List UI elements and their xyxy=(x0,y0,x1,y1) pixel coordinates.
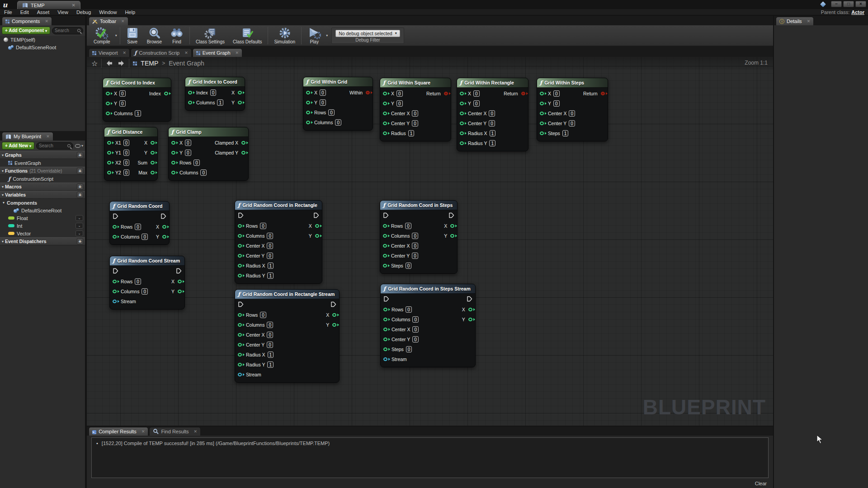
value-box-x2[interactable]: 0 xyxy=(123,160,130,166)
my-blueprint-search-input[interactable] xyxy=(39,143,67,148)
visibility-toggle[interactable]: ⌄ xyxy=(75,223,83,229)
clear-button[interactable]: Clear xyxy=(755,481,767,486)
close-icon[interactable]: ✕ xyxy=(236,51,239,55)
input-pin-y2[interactable] xyxy=(107,171,111,174)
exec-in-pin[interactable] xyxy=(113,267,118,276)
node-grid-coord-to-index[interactable]: ƒGrid Coord to IndexX0Y0Columns1Index xyxy=(103,78,171,122)
output-pin-sum[interactable] xyxy=(151,161,155,164)
value-box-rows[interactable]: 0 xyxy=(406,306,412,313)
section-functions[interactable]: ▾Functions(21 Overridable)+ xyxy=(0,167,85,175)
output-pin-x[interactable] xyxy=(178,280,182,283)
input-pin-x[interactable] xyxy=(460,92,464,95)
input-pin-center-y[interactable] xyxy=(383,122,387,125)
components-search[interactable] xyxy=(52,27,83,34)
exec-out-pin[interactable] xyxy=(160,213,166,221)
node-grid-random-coord-in-rectangle-stream[interactable]: ƒGrid Random Coord in Rectangle StreamRo… xyxy=(235,289,340,383)
value-box-x1[interactable]: 0 xyxy=(123,140,130,146)
back-icon[interactable] xyxy=(105,60,113,66)
output-pin-clamped-x[interactable] xyxy=(241,141,245,145)
close-icon[interactable]: ✕ xyxy=(123,51,127,55)
input-pin-columns[interactable] xyxy=(238,234,242,238)
visibility-filter-button[interactable]: ▾ xyxy=(75,144,83,148)
output-pin-clamped-y[interactable] xyxy=(241,151,245,155)
value-box-columns[interactable]: 1 xyxy=(135,110,141,117)
value-box-x[interactable]: 0 xyxy=(320,89,326,96)
input-pin-index[interactable] xyxy=(188,91,192,94)
input-pin-radius-y[interactable] xyxy=(238,274,242,277)
value-box-center-y[interactable]: 0 xyxy=(489,120,495,127)
output-pin-y[interactable] xyxy=(468,318,472,321)
output-pin-x[interactable] xyxy=(238,91,242,94)
input-pin-center-y[interactable] xyxy=(540,122,544,125)
close-icon[interactable]: ✕ xyxy=(142,429,145,434)
value-box-y2[interactable]: 0 xyxy=(123,169,130,176)
input-pin-y[interactable] xyxy=(460,102,464,105)
tab-viewport[interactable]: Viewport✕ xyxy=(89,48,130,57)
value-box-y[interactable]: 0 xyxy=(396,100,403,107)
toolbar-save-button[interactable]: Save xyxy=(122,26,143,45)
exec-out-pin[interactable] xyxy=(313,212,319,220)
input-pin-radius[interactable] xyxy=(383,131,387,135)
output-pin-index[interactable] xyxy=(164,92,168,95)
subsection-components[interactable]: ▾Components xyxy=(0,199,85,206)
exec-in-pin[interactable] xyxy=(113,213,118,221)
input-pin-y[interactable] xyxy=(106,102,110,105)
input-pin-steps[interactable] xyxy=(383,264,387,267)
add-new-button[interactable]: + Add New▾ xyxy=(2,142,34,150)
value-box-center-x[interactable]: 0 xyxy=(489,110,495,117)
value-box-center-y[interactable]: 0 xyxy=(267,253,273,259)
exec-out-pin[interactable] xyxy=(330,301,336,309)
input-pin-x[interactable] xyxy=(383,92,387,95)
input-pin-stream[interactable] xyxy=(113,300,117,303)
debug-object-select[interactable]: No debug object selected▾ xyxy=(335,30,400,37)
input-pin-rows[interactable] xyxy=(171,161,175,164)
input-pin-columns[interactable] xyxy=(106,112,110,115)
tab-my-blueprint[interactable]: My Blueprint ✕ xyxy=(2,132,53,141)
tab-details[interactable]: i Details ✕ xyxy=(776,17,814,25)
breadcrumb-root[interactable]: TEMP xyxy=(141,60,158,67)
section-graphs[interactable]: ▾Graphs+ xyxy=(0,151,85,159)
node-grid-distance[interactable]: ƒGrid DistanceX10Y10X20Y20XYSumMax xyxy=(104,127,158,181)
section-event-dispatchers[interactable]: ▾Event Dispatchers+ xyxy=(0,237,85,245)
section-macros[interactable]: ▾Macros+ xyxy=(0,183,85,191)
node-grid-random-coord-in-steps[interactable]: ƒGrid Random Coord in StepsRows0Columns0… xyxy=(380,200,458,274)
input-pin-x[interactable] xyxy=(171,141,175,145)
value-box-center-x[interactable]: 0 xyxy=(412,326,419,333)
input-pin-y[interactable] xyxy=(383,102,387,105)
tab-find-results[interactable]: Find Results✕ xyxy=(149,427,201,436)
value-box-x[interactable]: 0 xyxy=(553,90,560,97)
close-icon[interactable]: ✕ xyxy=(184,51,188,55)
value-box-center-y[interactable]: 0 xyxy=(569,120,575,127)
input-pin-radius-y[interactable] xyxy=(238,363,242,366)
input-pin-columns[interactable] xyxy=(383,234,387,238)
output-pin-x[interactable] xyxy=(315,224,319,228)
value-box-radius-y[interactable]: 1 xyxy=(267,361,274,368)
output-pin-y[interactable] xyxy=(162,235,166,239)
add-variables-button[interactable]: + xyxy=(77,192,83,198)
output-pin-y[interactable] xyxy=(450,234,454,238)
input-pin-x[interactable] xyxy=(540,92,544,95)
value-box-rows[interactable]: 0 xyxy=(135,224,141,230)
output-pin-x[interactable] xyxy=(332,313,336,317)
input-pin-x1[interactable] xyxy=(107,141,111,145)
input-pin-columns[interactable] xyxy=(306,121,310,124)
forward-icon[interactable] xyxy=(117,60,125,66)
value-box-center-x[interactable]: 0 xyxy=(412,110,418,117)
input-pin-radius-x[interactable] xyxy=(238,264,242,267)
value-box-index[interactable]: 0 xyxy=(210,89,217,96)
exec-out-pin[interactable] xyxy=(176,267,182,276)
input-pin-stream[interactable] xyxy=(238,373,242,376)
input-pin-center-x[interactable] xyxy=(383,328,387,331)
toolbar-class-defaults-button[interactable]: Class Defaults xyxy=(229,26,266,45)
toolbar-play-button[interactable]: Play xyxy=(303,26,325,45)
input-pin-center-y[interactable] xyxy=(238,254,242,258)
minimize-button[interactable]: – xyxy=(831,1,842,7)
value-box-rows[interactable]: 0 xyxy=(135,278,141,285)
add-component-button[interactable]: + Add Component▾ xyxy=(2,27,50,34)
value-box-radius-x[interactable]: 1 xyxy=(268,352,274,358)
input-pin-center-x[interactable] xyxy=(238,333,242,337)
value-box-x[interactable]: 0 xyxy=(473,90,480,97)
value-box-columns[interactable]: 0 xyxy=(142,234,148,240)
exec-in-pin[interactable] xyxy=(238,212,244,220)
value-box-center-x[interactable]: 0 xyxy=(267,332,273,338)
